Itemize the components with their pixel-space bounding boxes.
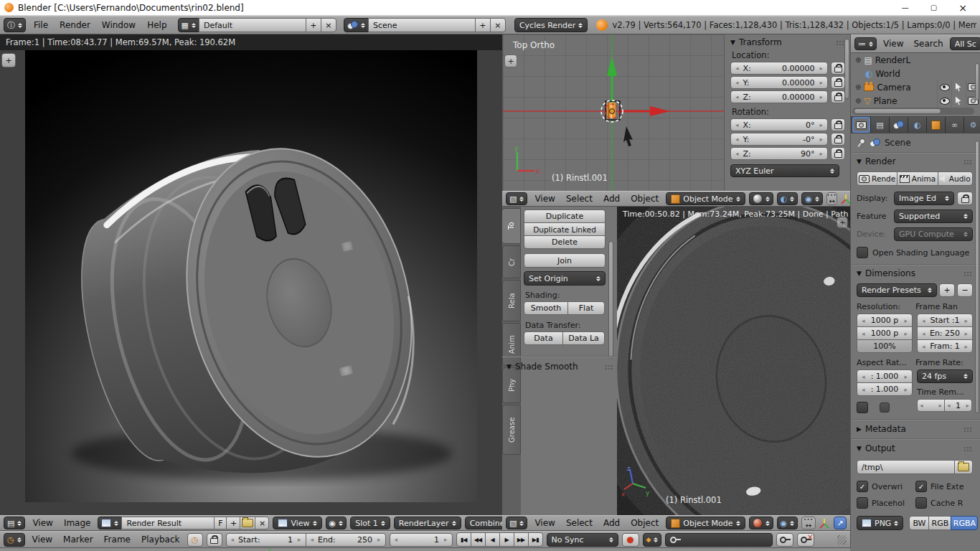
color-bw-button[interactable]: BW bbox=[909, 516, 929, 530]
display-channels-select[interactable]: View bbox=[273, 517, 321, 529]
duplicate-linked-button[interactable]: Duplicate Linked bbox=[524, 222, 606, 236]
frame-step-field[interactable]: ◂Fram: 1▸ bbox=[917, 339, 973, 353]
placeholders-checkbox[interactable] bbox=[857, 497, 868, 509]
file-format-select[interactable]: PNG bbox=[857, 516, 903, 530]
join-button[interactable]: Join bbox=[524, 253, 606, 268]
menu-view[interactable]: View bbox=[531, 194, 558, 204]
pivot-point-select[interactable]: ◐ bbox=[777, 192, 798, 205]
jump-to-start-button[interactable]: ▮◀ bbox=[456, 532, 471, 547]
open-image-button[interactable] bbox=[240, 517, 255, 529]
image-name-field[interactable]: Render Result bbox=[121, 517, 215, 529]
render-panel-header[interactable]: ▼ Render bbox=[857, 156, 973, 166]
shade-flat-button[interactable]: Flat bbox=[567, 301, 605, 315]
render-presets-select[interactable]: Render Presets bbox=[857, 283, 937, 297]
lock-time-button[interactable] bbox=[207, 533, 222, 547]
play-reverse-button[interactable]: ◀ bbox=[485, 532, 500, 547]
rotation-x-lock-button[interactable] bbox=[831, 118, 845, 131]
viewport-shading-select[interactable] bbox=[749, 192, 773, 205]
feature-set-select[interactable]: Supported bbox=[894, 209, 973, 223]
tab-constraints[interactable]: ∞ bbox=[946, 117, 964, 133]
manipulator-axis-icon[interactable] bbox=[841, 194, 850, 204]
area-resize-grip[interactable] bbox=[837, 535, 847, 545]
frame-rate-select[interactable]: 24 fps bbox=[917, 369, 973, 383]
editor-type-button-3dview[interactable]: ▧ bbox=[506, 192, 527, 205]
manipulator-mode-button[interactable]: •••↔ bbox=[826, 192, 838, 205]
outliner-row-world[interactable]: ◐ World bbox=[851, 67, 980, 80]
render-layer-select[interactable]: RenderLayer bbox=[394, 517, 461, 529]
menu-select[interactable]: Select bbox=[562, 194, 596, 204]
expand-icon[interactable]: ⊕ bbox=[855, 83, 861, 91]
location-z-lock-button[interactable] bbox=[831, 90, 845, 103]
overwrite-checkbox[interactable]: ✓ bbox=[857, 481, 868, 492]
location-z-field[interactable]: ◂Z: 0.00000▸ bbox=[730, 90, 828, 103]
menu-playback[interactable]: Playback bbox=[138, 534, 184, 545]
timeline-track-strip[interactable] bbox=[0, 548, 850, 551]
rotation-y-field[interactable]: ◂Y: -0°▸ bbox=[730, 133, 828, 146]
output-panel-header[interactable]: ▼ Output bbox=[857, 443, 973, 453]
menu-window[interactable]: Window bbox=[98, 20, 139, 30]
scene-name-field[interactable]: Scene bbox=[368, 18, 476, 32]
outliner-filter-select[interactable]: All Sc bbox=[950, 37, 980, 50]
jump-to-end-button[interactable]: ▶▮ bbox=[528, 532, 543, 547]
delete-layout-button[interactable]: × bbox=[321, 18, 336, 32]
editor-type-button-3dview[interactable]: ▧ bbox=[506, 517, 527, 529]
active-keying-set-field[interactable] bbox=[665, 533, 773, 547]
tab-world[interactable]: ◐ bbox=[908, 117, 927, 133]
data-layout-transfer-button[interactable]: Data La bbox=[562, 331, 605, 345]
border-checkbox[interactable] bbox=[880, 402, 890, 413]
rotation-mode-select[interactable]: XYZ Euler bbox=[730, 164, 839, 177]
tab-tools[interactable]: To bbox=[502, 208, 521, 244]
screen-layout-field[interactable]: Default bbox=[199, 18, 306, 32]
menu-frame[interactable]: Frame bbox=[100, 534, 134, 545]
menu-object[interactable]: Object bbox=[627, 194, 662, 204]
file-extensions-checkbox[interactable]: ✓ bbox=[915, 481, 927, 492]
current-frame-marker[interactable] bbox=[269, 548, 270, 551]
display-lock-button[interactable] bbox=[957, 192, 973, 205]
tab-render-layers[interactable]: ▤ bbox=[871, 117, 890, 133]
data-transfer-button[interactable]: Data bbox=[524, 331, 563, 345]
fake-user-button[interactable]: F bbox=[214, 517, 227, 529]
translate-manipulator-button[interactable]: ↗ bbox=[834, 517, 847, 529]
new-image-button[interactable]: + bbox=[226, 517, 240, 529]
panel-scrollbar[interactable] bbox=[844, 39, 849, 99]
outliner-row-camera[interactable]: ⊕ Camera bbox=[851, 80, 980, 94]
pin-icon[interactable] bbox=[857, 138, 865, 148]
duplicate-button[interactable]: Duplicate bbox=[524, 209, 606, 223]
expand-icon[interactable]: ⊕ bbox=[855, 56, 861, 64]
outliner-row-renderlayers[interactable]: ⊕ ▤ RenderL bbox=[851, 53, 980, 67]
add-preset-button[interactable]: + bbox=[939, 283, 955, 297]
cache-result-checkbox[interactable] bbox=[915, 497, 927, 509]
manipulator-mode-button[interactable]: •••↔ bbox=[801, 517, 816, 529]
add-scene-button[interactable]: + bbox=[475, 18, 491, 32]
sync-mode-select[interactable]: No Sync bbox=[547, 533, 618, 547]
window-close-button[interactable]: × bbox=[950, 2, 976, 14]
render-display-select[interactable]: Image Ed bbox=[894, 192, 954, 205]
tab-object[interactable] bbox=[927, 117, 946, 133]
location-x-field[interactable]: ◂X: 0.00000▸ bbox=[730, 62, 828, 75]
render-pass-select[interactable]: Combined bbox=[465, 517, 502, 529]
frame-end-field[interactable]: ◂End: 250▸ bbox=[306, 533, 386, 547]
outliner-vertical-scrollbar[interactable] bbox=[975, 63, 979, 100]
rotation-z-field[interactable]: ◂Z: 90°▸ bbox=[730, 147, 828, 160]
editor-type-button-outliner[interactable]: ≔ bbox=[854, 37, 877, 50]
menu-view[interactable]: View bbox=[29, 518, 56, 528]
viewport-shading-select[interactable] bbox=[749, 517, 773, 529]
menu-search[interactable]: Search bbox=[910, 39, 946, 49]
outliner-row-plane[interactable]: ⊕ ▽ Plane bbox=[851, 94, 980, 108]
shade-smooth-button[interactable]: Smooth bbox=[524, 301, 568, 315]
color-rgba-button[interactable]: RGBA bbox=[951, 516, 978, 530]
delete-keyframe-button[interactable]: × bbox=[797, 533, 814, 547]
resolution-percentage-field[interactable]: 100% bbox=[857, 339, 913, 353]
add-layout-button[interactable]: + bbox=[306, 18, 321, 32]
properties-scrollbar[interactable] bbox=[975, 141, 979, 413]
render-engine-select[interactable]: Cycles Render bbox=[514, 18, 588, 32]
time-remap-old-field[interactable]: ◂▸ bbox=[917, 399, 945, 412]
render-button[interactable]: Rende bbox=[857, 171, 897, 186]
menu-view[interactable]: View bbox=[531, 518, 558, 528]
operator-panel-header[interactable]: ▼ Shade Smooth bbox=[507, 362, 614, 372]
pivot-point-select[interactable]: ◉ bbox=[777, 517, 798, 529]
current-frame-field[interactable]: ◂1▸ bbox=[390, 533, 453, 547]
menu-add[interactable]: Add bbox=[600, 194, 623, 204]
selectable-toggle[interactable] bbox=[951, 80, 966, 94]
image-browse-button[interactable] bbox=[98, 517, 122, 529]
